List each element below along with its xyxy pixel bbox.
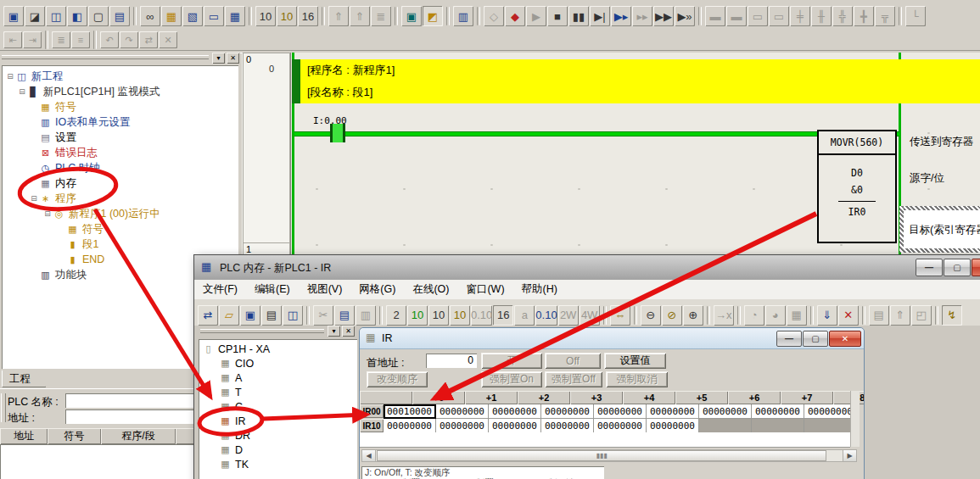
- monitor-pause-icon[interactable]: ◔: [744, 305, 764, 326]
- build-icon[interactable]: ◪: [25, 6, 45, 26]
- tree-item-memory[interactable]: ▦ 内存: [3, 175, 238, 191]
- memory-cell[interactable]: 00000000: [541, 419, 594, 433]
- find-icon[interactable]: ∞: [140, 6, 160, 26]
- watch-sheet-icon[interactable]: ▦: [225, 6, 245, 26]
- close-panel-icon[interactable]: ✕: [227, 53, 239, 64]
- step-run-icon[interactable]: ▶|: [590, 6, 610, 26]
- pause-icon[interactable]: ▮▮: [568, 6, 589, 26]
- memory-cell[interactable]: [804, 419, 857, 433]
- on-button[interactable]: 开: [481, 353, 542, 369]
- transfer-cancel-icon[interactable]: ✕: [838, 305, 859, 326]
- movr-instruction-block[interactable]: MOVR(560) D0 &0 IR0: [817, 130, 897, 243]
- memtree-item-c[interactable]: ▦ C: [199, 399, 357, 414]
- tree-item-plc-clock[interactable]: ◷ PLC 时钟: [3, 160, 238, 175]
- format-float-button[interactable]: 0.10: [471, 305, 492, 326]
- run-to-end-icon[interactable]: ▶»: [675, 6, 695, 26]
- rung0-cell[interactable]: 0 0: [243, 53, 290, 243]
- format-signed-button[interactable]: 10: [450, 305, 470, 326]
- memory-cell[interactable]: 00000000: [489, 404, 541, 419]
- print-icon[interactable]: ▤: [261, 305, 282, 326]
- force-cancel-button[interactable]: 强制取消: [606, 371, 668, 387]
- format-hex-button[interactable]: 16: [493, 305, 513, 326]
- change-order-button[interactable]: 改变顺序: [367, 371, 428, 387]
- zoom-in-icon[interactable]: ⊕: [683, 305, 703, 326]
- run-icon[interactable]: ▶: [526, 6, 546, 26]
- swap-arrow-icon[interactable]: ⇄: [139, 31, 158, 48]
- work-online-icon[interactable]: ▣: [401, 6, 422, 26]
- monitor-hex-icon[interactable]: 16: [298, 6, 318, 26]
- minimize-button[interactable]: —: [916, 259, 943, 276]
- memory-cell[interactable]: 00000000: [804, 404, 857, 419]
- start-address-field[interactable]: 0: [426, 354, 477, 368]
- menu-item[interactable]: 在线(O): [404, 280, 457, 299]
- horizontal-scrollbar[interactable]: ◀ ▮▮▮ ▶: [361, 449, 857, 462]
- step-into-icon[interactable]: ▶▸: [611, 6, 631, 26]
- redo-arrow-icon[interactable]: ↷: [120, 31, 138, 48]
- undo-arrow-icon[interactable]: ↶: [100, 31, 119, 48]
- io-bar4-icon[interactable]: ▭: [769, 6, 789, 26]
- compare-icon[interactable]: ◰: [911, 305, 932, 326]
- memtree-item-cio[interactable]: ▦ CIO: [199, 356, 357, 370]
- column-address[interactable]: 地址: [0, 428, 48, 444]
- tab-project[interactable]: 工程: [2, 370, 46, 387]
- tree-item-program[interactable]: ⊟ ∗ 程序: [3, 191, 238, 206]
- memtree-item-d[interactable]: ▦ D: [199, 443, 357, 457]
- contact-open-icon[interactable]: ╪: [790, 6, 810, 26]
- vertical-scrollbar[interactable]: [850, 391, 860, 447]
- pin-panel-icon[interactable]: ▾: [212, 53, 225, 64]
- program-banner[interactable]: [程序名 : 新程序1] [段名称 : 段1]: [300, 59, 980, 103]
- menu-item[interactable]: 文件(F): [194, 280, 246, 299]
- tree-item-project[interactable]: ⊟ ◫ 新工程: [3, 69, 238, 84]
- properties-icon[interactable]: ▤: [109, 6, 130, 26]
- expand-box-icon[interactable]: ⊟: [29, 194, 39, 203]
- format-4word-button[interactable]: 4W: [580, 305, 600, 326]
- monitor-values-icon[interactable]: ▦: [787, 305, 807, 326]
- column-width-icon[interactable]: ⇔: [610, 305, 630, 326]
- format-bcd-button[interactable]: 10: [407, 305, 428, 326]
- memtree-item-ir[interactable]: ▦ IR: [199, 414, 357, 428]
- indent-right-icon[interactable]: ⇥: [23, 31, 42, 48]
- force-on-button[interactable]: 强制置On: [481, 371, 542, 387]
- zoom-out-icon[interactable]: ⊖: [641, 305, 661, 326]
- transfer-to-plc-icon[interactable]: ⇓: [817, 305, 837, 326]
- monitor-resume-icon[interactable]: ◕: [765, 305, 786, 326]
- cut-icon[interactable]: ✂: [313, 305, 333, 326]
- memory-cell[interactable]: 00000000: [647, 404, 699, 419]
- fast-forward-icon[interactable]: ▶▶: [653, 6, 674, 26]
- ir-maximize-button[interactable]: ▢: [803, 331, 828, 347]
- memtree-item-a[interactable]: ▦ A: [199, 370, 357, 385]
- memtree-item-t[interactable]: ▦ T: [199, 385, 357, 399]
- zoom-custom-icon[interactable]: ⊘: [662, 305, 682, 326]
- memory-cell[interactable]: 00000000: [384, 419, 436, 433]
- memory-cell[interactable]: 00000000: [647, 419, 699, 433]
- rung-comment-icon[interactable]: ≡: [71, 31, 90, 48]
- tree-item-program1[interactable]: ⊟ ◎ 新程序1 (00)运行中: [3, 206, 238, 221]
- scroll-left-icon[interactable]: ◀: [362, 450, 376, 461]
- indent-left-icon[interactable]: ⇤: [3, 31, 22, 48]
- memory-cell[interactable]: 00000000: [594, 404, 647, 419]
- tree-item-symbols[interactable]: ▦ 符号: [3, 99, 238, 114]
- popup-window-icon[interactable]: ▢: [88, 6, 109, 26]
- memtree-item-root[interactable]: ▯ CP1H - XA: [199, 342, 357, 356]
- menu-item[interactable]: 视图(V): [299, 280, 351, 299]
- io-bar1-icon[interactable]: ▬: [705, 6, 725, 26]
- memtree-close-icon[interactable]: ✕: [342, 326, 355, 337]
- monitor-mode-icon[interactable]: ◩: [423, 6, 443, 26]
- step-out-icon[interactable]: ▸▸: [632, 6, 652, 26]
- pause-monitor-icon[interactable]: ◇: [484, 6, 504, 26]
- menu-item[interactable]: 窗口(W): [457, 280, 512, 299]
- memory-cell[interactable]: [699, 419, 752, 433]
- menu-item[interactable]: 帮助(H): [513, 280, 566, 299]
- movr-operand2[interactable]: &0: [819, 184, 895, 196]
- memory-cell[interactable]: 00000000: [436, 419, 489, 433]
- tree-item-io-table[interactable]: ▥ IO表和单元设置: [3, 114, 238, 130]
- change-order-icon[interactable]: ≣: [371, 6, 391, 26]
- transfer-file-icon[interactable]: ▤: [869, 305, 889, 326]
- memory-cell[interactable]: 00000000: [489, 419, 541, 433]
- goto-address-icon[interactable]: →x: [714, 305, 734, 326]
- close-button[interactable]: ✕: [972, 259, 980, 276]
- io-bar3-icon[interactable]: ▭: [748, 6, 768, 26]
- format-binary-button[interactable]: 2: [386, 305, 406, 326]
- memory-titlebar[interactable]: ▦ PLC 内存 - 新PLC1 - IR — ▢ ✕: [194, 255, 980, 281]
- memtree-pin-icon[interactable]: ▾: [328, 326, 340, 337]
